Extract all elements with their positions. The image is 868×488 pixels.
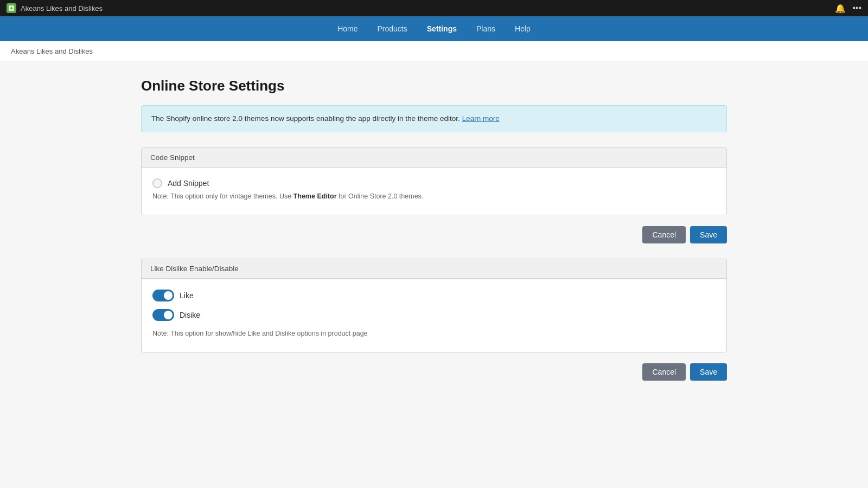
learn-more-link[interactable]: Learn more <box>462 114 500 123</box>
nav-plans[interactable]: Plans <box>475 22 496 35</box>
code-snippet-header: Code Snippet <box>142 148 726 168</box>
nav-bar: Home Products Settings Plans Help <box>0 16 868 41</box>
add-snippet-radio[interactable] <box>152 178 162 188</box>
dislike-toggle-row: Disike <box>152 309 716 321</box>
nav-products[interactable]: Products <box>376 22 409 35</box>
buttons-row-1: Cancel Save <box>141 226 727 243</box>
like-dislike-header: Like Dislike Enable/Disable <box>142 259 726 279</box>
code-snippet-note: Note: This option only for vintage theme… <box>152 191 716 202</box>
like-dislike-note: Note: This option for show/hide Like and… <box>152 329 716 339</box>
top-bar-title: Akeans Likes and Dislikes <box>21 4 103 12</box>
breadcrumb: Akeans Likes and Dislikes <box>11 47 93 55</box>
breadcrumb-bar: Akeans Likes and Dislikes <box>0 41 868 61</box>
save-button-1[interactable]: Save <box>690 226 727 243</box>
page-title: Online Store Settings <box>141 78 727 94</box>
cancel-button-2[interactable]: Cancel <box>642 363 686 381</box>
save-button-2[interactable]: Save <box>690 363 727 381</box>
code-snippet-card: Code Snippet Add Snippet Note: This opti… <box>141 147 727 215</box>
theme-editor-bold: Theme Editor <box>293 192 337 200</box>
main-content: Online Store Settings The Shopify online… <box>130 61 738 412</box>
like-toggle-row: Like <box>152 290 716 301</box>
info-banner: The Shopify online store 2.0 themes now … <box>141 105 727 132</box>
like-label: Like <box>180 291 194 300</box>
top-bar-left: Akeans Likes and Dislikes <box>7 3 103 13</box>
nav-help[interactable]: Help <box>514 22 532 35</box>
dislike-toggle[interactable] <box>152 309 174 321</box>
add-snippet-row: Add Snippet <box>152 178 716 188</box>
notification-icon[interactable]: 🔔 <box>835 3 846 14</box>
dislike-label: Disike <box>180 311 200 319</box>
like-toggle[interactable] <box>152 290 174 301</box>
top-bar: Akeans Likes and Dislikes 🔔 ••• <box>0 0 868 16</box>
app-icon <box>7 3 16 13</box>
cancel-button-1[interactable]: Cancel <box>642 226 686 243</box>
nav-home[interactable]: Home <box>336 22 359 35</box>
more-icon[interactable]: ••• <box>852 3 861 13</box>
code-snippet-body: Add Snippet Note: This option only for v… <box>142 168 726 215</box>
like-dislike-body: Like Disike Note: This option for show/h… <box>142 279 726 352</box>
like-dislike-card: Like Dislike Enable/Disable Like Disike … <box>141 259 727 352</box>
add-snippet-label: Add Snippet <box>168 179 209 188</box>
nav-settings[interactable]: Settings <box>426 22 458 35</box>
info-banner-text: The Shopify online store 2.0 themes now … <box>151 114 460 123</box>
top-bar-right: 🔔 ••• <box>835 3 861 14</box>
buttons-row-2: Cancel Save <box>141 363 727 381</box>
